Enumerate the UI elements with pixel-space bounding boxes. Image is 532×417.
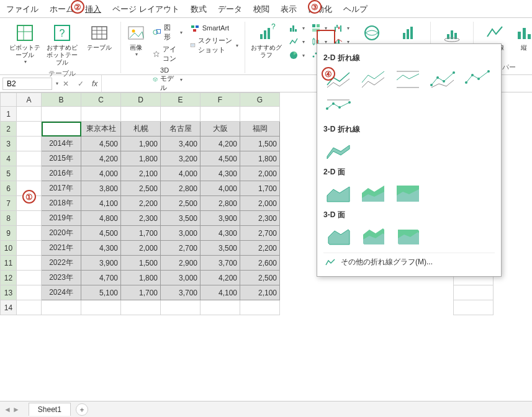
cell[interactable]: 2,600 bbox=[240, 256, 280, 271]
cell[interactable] bbox=[240, 107, 280, 122]
cell[interactable]: 2,200 bbox=[240, 241, 280, 256]
screenshot-button[interactable]: スクリーンショット▾ bbox=[187, 35, 241, 56]
cell[interactable]: 2,500 bbox=[240, 271, 280, 285]
tab-next-icon[interactable]: ► bbox=[12, 405, 20, 414]
row-header-14[interactable]: 14 bbox=[1, 300, 17, 315]
row-header-7[interactable]: 7 bbox=[1, 196, 17, 211]
cell[interactable]: 2022年 bbox=[42, 256, 81, 271]
chart-pie-button[interactable]: ▾ bbox=[286, 49, 307, 61]
cell[interactable]: 4,300 bbox=[201, 166, 240, 181]
cell[interactable] bbox=[201, 107, 240, 122]
cell[interactable]: 2021年 bbox=[42, 241, 81, 256]
cell[interactable]: 4,500 bbox=[81, 226, 121, 241]
menu-数式[interactable]: 数式 bbox=[191, 4, 207, 15]
cell[interactable] bbox=[17, 271, 42, 285]
cell[interactable]: 2,500 bbox=[161, 196, 201, 211]
area-stacked[interactable] bbox=[358, 181, 388, 206]
line-3d[interactable] bbox=[323, 138, 353, 163]
cell[interactable]: 2015年 bbox=[42, 151, 81, 166]
cell[interactable]: 4,200 bbox=[81, 151, 121, 166]
row-header-2[interactable]: 2 bbox=[1, 122, 17, 137]
line-100stacked-markers[interactable] bbox=[323, 96, 353, 120]
area-100stacked[interactable] bbox=[393, 181, 423, 206]
cell[interactable]: 3,500 bbox=[201, 241, 240, 256]
cell[interactable]: 3,400 bbox=[161, 137, 201, 151]
cell[interactable] bbox=[42, 122, 81, 137]
cell[interactable]: 1,900 bbox=[121, 137, 161, 151]
cell[interactable]: 2,000 bbox=[240, 166, 280, 181]
menu-データ[interactable]: データ bbox=[218, 4, 242, 15]
row-header-11[interactable]: 11 bbox=[1, 256, 17, 271]
chart-column-button[interactable]: ▾ bbox=[286, 22, 307, 34]
col-header-G[interactable]: G bbox=[240, 93, 280, 107]
cell[interactable]: 1,700 bbox=[121, 226, 161, 241]
chart-line-button[interactable]: ▾ bbox=[286, 35, 307, 48]
cell[interactable]: 2018年 bbox=[42, 196, 81, 211]
cell[interactable] bbox=[454, 300, 494, 315]
cell[interactable]: 2014年 bbox=[42, 137, 81, 151]
cell[interactable] bbox=[17, 166, 42, 181]
line-100stacked[interactable] bbox=[393, 67, 423, 92]
icons-button[interactable]: アイコン bbox=[150, 43, 185, 65]
col-header-E[interactable]: E bbox=[161, 93, 201, 107]
tab-prev-icon[interactable]: ◄ bbox=[4, 405, 11, 414]
row-header-5[interactable]: 5 bbox=[1, 166, 17, 181]
sheet-tab[interactable]: Sheet1 bbox=[29, 403, 71, 416]
cell[interactable] bbox=[121, 300, 161, 315]
cell[interactable]: 3,500 bbox=[161, 211, 201, 226]
cell[interactable]: 2,000 bbox=[240, 196, 280, 211]
cell[interactable] bbox=[161, 300, 201, 315]
cell[interactable] bbox=[17, 137, 42, 151]
image-button[interactable]: 画像▾ bbox=[125, 22, 148, 58]
row-header-10[interactable]: 10 bbox=[1, 241, 17, 256]
cell[interactable]: 4,500 bbox=[201, 151, 240, 166]
cell[interactable]: 1,700 bbox=[121, 285, 161, 300]
cell[interactable]: 3,800 bbox=[81, 181, 121, 196]
area-3d-stacked[interactable] bbox=[358, 224, 388, 249]
cancel-icon[interactable]: ✕ bbox=[58, 79, 73, 88]
cell[interactable]: 2,900 bbox=[161, 256, 201, 271]
row-header-4[interactable]: 4 bbox=[1, 151, 17, 166]
name-box[interactable] bbox=[2, 78, 52, 90]
row-header-8[interactable]: 8 bbox=[1, 211, 17, 226]
recommended-pivot-button[interactable]: ? おすすめピボットテーブル bbox=[45, 22, 79, 68]
cell[interactable]: 4,300 bbox=[81, 241, 121, 256]
cell[interactable] bbox=[17, 256, 42, 271]
col-header-B[interactable]: B bbox=[42, 93, 81, 107]
menu-校閲[interactable]: 校閲 bbox=[253, 4, 269, 15]
cell[interactable]: 2,000 bbox=[121, 241, 161, 256]
cell[interactable]: 3,700 bbox=[161, 285, 201, 300]
line-stacked-markers[interactable] bbox=[462, 67, 492, 92]
cell[interactable]: 4,800 bbox=[81, 211, 121, 226]
cell[interactable]: 2024年 bbox=[42, 285, 81, 300]
cell[interactable]: 5,100 bbox=[81, 285, 121, 300]
cell[interactable]: 4,300 bbox=[201, 226, 240, 241]
area-3d[interactable] bbox=[323, 224, 353, 249]
3dmodel-button[interactable]: 3D モデル▾ bbox=[150, 65, 185, 94]
smartart-button[interactable]: SmartArt bbox=[187, 22, 241, 34]
cell[interactable] bbox=[17, 151, 42, 166]
line-stacked[interactable] bbox=[358, 67, 388, 92]
cell[interactable] bbox=[17, 285, 42, 300]
col-header-D[interactable]: D bbox=[121, 93, 161, 107]
row-header-3[interactable]: 3 bbox=[1, 137, 17, 151]
cell[interactable]: 4,200 bbox=[201, 137, 240, 151]
cell[interactable]: 東京本社 bbox=[81, 122, 121, 137]
cell[interactable]: 大阪 bbox=[201, 122, 240, 137]
cell[interactable]: 2,300 bbox=[240, 211, 280, 226]
shapes-button[interactable]: 図形▾ bbox=[150, 22, 185, 43]
cell[interactable]: 4,000 bbox=[81, 166, 121, 181]
cell[interactable]: 3,200 bbox=[161, 151, 201, 166]
area-basic[interactable] bbox=[323, 181, 353, 206]
chart-hierarchy-button[interactable]: ▾ bbox=[309, 22, 330, 34]
cell[interactable]: 2,300 bbox=[121, 211, 161, 226]
add-sheet-button[interactable]: ＋ bbox=[76, 403, 88, 416]
cell[interactable]: 名古屋 bbox=[161, 122, 201, 137]
row-header-9[interactable]: 9 bbox=[1, 226, 17, 241]
cell[interactable]: 2,100 bbox=[121, 166, 161, 181]
cell[interactable]: 1,500 bbox=[121, 256, 161, 271]
cell[interactable]: 2,800 bbox=[161, 181, 201, 196]
cell[interactable]: 札幌 bbox=[121, 122, 161, 137]
chart-waterfall-button[interactable]: ▾ bbox=[331, 22, 352, 34]
cell[interactable]: 1,800 bbox=[121, 271, 161, 285]
